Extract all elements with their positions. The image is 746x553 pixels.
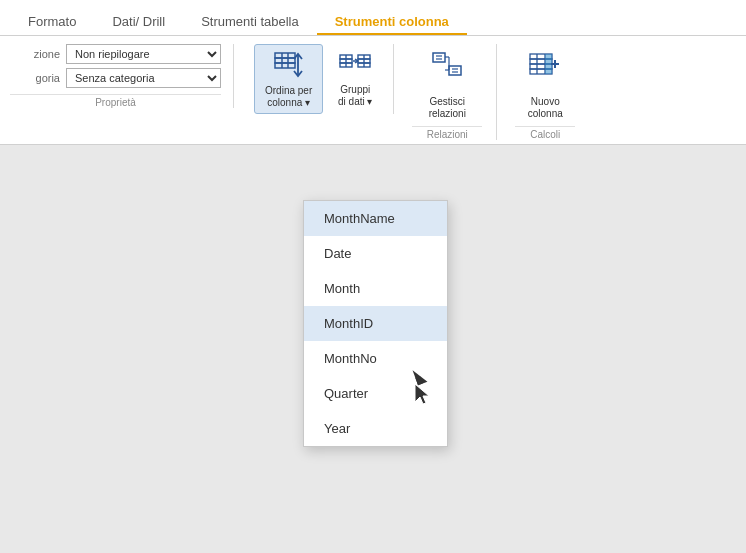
- prop-row-zione: zione Non riepilogare: [10, 44, 221, 64]
- properties-section: zione Non riepilogare goria Senza catego…: [10, 44, 234, 108]
- groups-icon: [337, 48, 373, 84]
- relazioni-section: Gestisci relazioni Relazioni: [398, 44, 497, 140]
- tab-dati-drill[interactable]: Dati/ Drill: [94, 8, 183, 35]
- section-label-relazioni: Relazioni: [412, 126, 482, 140]
- prop-label-zione: zione: [10, 48, 60, 60]
- gestisci-relazioni-button[interactable]: Gestisci relazioni: [412, 44, 482, 124]
- ribbon-sort-group-buttons: Ordina per colonna ▾: [246, 44, 394, 114]
- svg-rect-15: [433, 53, 445, 62]
- tab-formato[interactable]: Formato: [10, 8, 94, 35]
- svg-rect-30: [545, 54, 552, 74]
- gruppi-dati-button[interactable]: Gruppi di dati ▾: [325, 44, 385, 114]
- dropdown-item-monthname[interactable]: MonthName: [304, 201, 447, 236]
- dropdown-menu: MonthName Date Month MonthID MonthNo Qua…: [303, 200, 448, 447]
- gruppi-dati-label: Gruppi di dati ▾: [338, 84, 372, 108]
- prop-select-categoria[interactable]: Senza categoria: [66, 68, 221, 88]
- nuovo-colonna-button[interactable]: Nuovo colonna: [515, 44, 575, 124]
- tab-strumenti-colonna[interactable]: Strumenti colonna: [317, 8, 467, 35]
- dropdown-item-quarter[interactable]: Quarter: [304, 376, 447, 411]
- tab-bar: Formato Dati/ Drill Strumenti tabella St…: [0, 0, 746, 36]
- prop-row-goria: goria Senza categoria: [10, 68, 221, 88]
- ordina-colonna-label: Ordina per colonna ▾: [265, 85, 312, 109]
- dropdown-item-date[interactable]: Date: [304, 236, 447, 271]
- dropdown-item-month[interactable]: Month: [304, 271, 447, 306]
- tab-strumenti-tabella[interactable]: Strumenti tabella: [183, 8, 317, 35]
- section-label-calcoli: Calcoli: [515, 126, 575, 140]
- relations-icon: [429, 48, 465, 84]
- prop-label-goria: goria: [10, 72, 60, 84]
- prop-select-riepilogo[interactable]: Non riepilogare: [66, 44, 221, 64]
- dropdown-item-monthid[interactable]: MonthID: [304, 306, 447, 341]
- calcoli-section: Nuovo colonna Calcoli: [501, 44, 589, 140]
- ribbon: Formato Dati/ Drill Strumenti tabella St…: [0, 0, 746, 145]
- svg-rect-21: [449, 66, 461, 75]
- dropdown-item-year[interactable]: Year: [304, 411, 447, 446]
- ordina-colonna-button[interactable]: Ordina per colonna ▾: [254, 44, 323, 114]
- table-sort-icon: [271, 49, 307, 85]
- ribbon-content: zione Non riepilogare goria Senza catego…: [0, 36, 746, 144]
- dropdown-item-monthno[interactable]: MonthNo: [304, 341, 447, 376]
- gestisci-relazioni-label: Gestisci relazioni: [429, 84, 466, 120]
- nuovo-colonna-label: Nuovo colonna: [528, 84, 563, 120]
- svg-rect-2: [275, 63, 295, 68]
- section-label-proprieta: Proprietà: [10, 94, 221, 108]
- new-column-icon: [527, 48, 563, 84]
